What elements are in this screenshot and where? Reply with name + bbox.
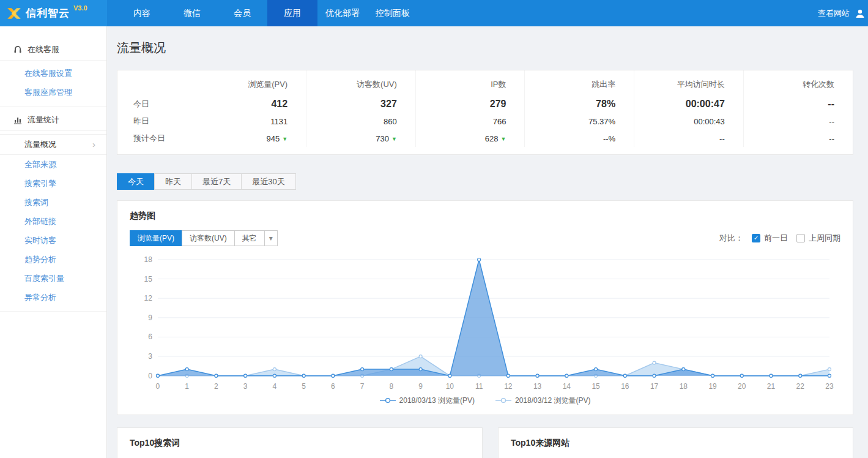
stat-value: --% — [525, 130, 634, 147]
checkbox-icon — [796, 234, 805, 242]
sidebar-group-online-service: 在线客服设置 客服座席管理 — [0, 61, 106, 107]
legend-series-previous-day[interactable]: 2018/03/12 浏览量(PV) — [495, 396, 590, 406]
sidebar-item-agent-management[interactable]: 客服座席管理 — [0, 83, 106, 102]
svg-text:21: 21 — [767, 382, 776, 391]
sidebar-item-baidu-index[interactable]: 百度索引量 — [0, 269, 106, 288]
sidebar: 在线客服 在线客服设置 客服座席管理 流量统计 流量概况 › 全部来源 搜索引擎… — [0, 26, 107, 458]
stat-value: -- — [743, 130, 853, 147]
compare-option-label: 上周同期 — [809, 233, 840, 244]
sidebar-section-online-service: 在线客服 在线客服设置 客服座席管理 — [0, 39, 106, 107]
stat-value: 78% — [525, 96, 634, 113]
svg-text:20: 20 — [738, 382, 746, 391]
svg-text:5: 5 — [302, 382, 306, 391]
svg-text:3: 3 — [243, 382, 248, 391]
user-icon[interactable] — [855, 8, 866, 19]
sidebar-item-trend-analysis[interactable]: 趋势分析 — [0, 250, 106, 269]
stats-row-label: 昨日 — [117, 113, 197, 130]
sidebar-item-traffic-overview[interactable]: 流量概况 › — [0, 134, 106, 155]
svg-text:2: 2 — [214, 382, 218, 391]
stat-value: -- — [743, 113, 853, 130]
app-logo[interactable]: 信利智云 V3.0 — [0, 0, 107, 26]
sidebar-item-all-sources[interactable]: 全部来源 — [0, 155, 106, 174]
svg-text:23: 23 — [825, 382, 834, 391]
svg-text:13: 13 — [533, 382, 542, 391]
stat-value: 945▼ — [197, 130, 306, 147]
stats-row-yesterday: 昨日 1131 860 766 75.37% 00:00:43 -- — [117, 113, 853, 130]
stat-value: 860 — [306, 113, 416, 130]
top10-referrers-card: Top10来源网站 来源网站 浏览量(PV) 占比 — [498, 427, 853, 458]
svg-text:6: 6 — [331, 382, 335, 391]
tab-last-30-days[interactable]: 最近30天 — [241, 173, 295, 190]
svg-text:18: 18 — [144, 255, 153, 264]
metric-button-other[interactable]: 其它 — [234, 230, 265, 246]
top10-row: Top10搜索词 搜索词 浏览量(PV) 占比 Top10来源网站 来源网站 浏… — [117, 427, 853, 458]
stats-header-row: 浏览量(PV) 访客数(UV) IP数 跳出率 平均访问时长 转化次数 — [117, 70, 853, 96]
stats-col-pv: 浏览量(PV) — [197, 70, 306, 96]
date-range-tabs: 今天 昨天 最近7天 最近30天 — [117, 173, 853, 190]
nav-item-control-panel[interactable]: 控制面板 — [368, 0, 418, 26]
stat-value: 279 — [415, 96, 525, 113]
nav-item-optimize-deploy[interactable]: 优化部署 — [317, 0, 368, 26]
chart-controls: 浏览量(PV) 访客数(UV) 其它 ▾ 对比： 前一日 上周同期 — [130, 230, 840, 246]
sidebar-item-search-engines[interactable]: 搜索引擎 — [0, 174, 106, 193]
svg-text:11: 11 — [475, 382, 483, 391]
svg-text:18: 18 — [680, 382, 688, 391]
compare-label: 对比： — [719, 233, 743, 244]
down-arrow-icon: ▼ — [391, 136, 397, 142]
stat-value: 1131 — [197, 113, 306, 130]
sidebar-section-header-online-service: 在线客服 — [0, 39, 106, 61]
svg-text:19: 19 — [708, 382, 717, 391]
sidebar-item-realtime-visitors[interactable]: 实时访客 — [0, 231, 106, 250]
tab-today[interactable]: 今天 — [117, 173, 155, 190]
stat-value: -- — [743, 96, 853, 113]
stats-table: 浏览量(PV) 访客数(UV) IP数 跳出率 平均访问时长 转化次数 今日 4… — [117, 70, 853, 147]
sidebar-item-anomaly-analysis[interactable]: 异常分析 — [0, 288, 106, 307]
bar-chart-icon — [13, 116, 22, 124]
sidebar-item-label: 流量概况 — [24, 140, 56, 149]
stat-value: -- — [634, 130, 744, 147]
compare-last-week-checkbox[interactable]: 上周同期 — [796, 233, 840, 244]
legend-line-circle-icon — [495, 397, 511, 404]
trend-area-chart[interactable]: 0369121518012345678910111213141516171819… — [130, 252, 840, 394]
nav-item-member[interactable]: 会员 — [217, 0, 267, 26]
sidebar-section-traffic-stats: 流量统计 流量概况 › 全部来源 搜索引擎 搜索词 外部链接 实时访客 趋势分析… — [0, 109, 106, 312]
stat-value: 730▼ — [306, 130, 416, 147]
stat-value: 412 — [197, 96, 306, 113]
top10-searches-card: Top10搜索词 搜索词 浏览量(PV) 占比 — [117, 427, 483, 458]
sidebar-item-online-service-settings[interactable]: 在线客服设置 — [0, 64, 106, 83]
svg-text:0: 0 — [148, 372, 152, 380]
svg-text:12: 12 — [144, 294, 153, 302]
view-site-link[interactable]: 查看网站 — [818, 8, 850, 19]
chart-legend: 2018/03/13 浏览量(PV) 2018/03/12 浏览量(PV) — [130, 394, 840, 411]
top-navbar: 信利智云 V3.0 内容 微信 会员 应用 优化部署 控制面板 查看网站 — [0, 0, 868, 26]
tab-last-7-days[interactable]: 最近7天 — [191, 173, 242, 190]
down-arrow-icon: ▼ — [282, 136, 287, 142]
nav-item-content[interactable]: 内容 — [117, 0, 167, 26]
stats-col-empty — [117, 70, 197, 96]
compare-prev-day-checkbox[interactable]: 前一日 — [752, 233, 788, 244]
chevron-down-icon: ▾ — [269, 234, 273, 242]
trend-chart-title: 趋势图 — [130, 211, 840, 222]
metric-button-pv[interactable]: 浏览量(PV) — [130, 230, 182, 246]
trend-chart-card: 趋势图 浏览量(PV) 访客数(UV) 其它 ▾ 对比： 前一日 上周同期 0 — [117, 200, 853, 415]
nav-item-wechat[interactable]: 微信 — [167, 0, 217, 26]
main-content: 流量概况 浏览量(PV) 访客数(UV) IP数 跳出率 平均访问时长 转化次数… — [107, 26, 868, 458]
svg-text:9: 9 — [148, 313, 152, 322]
svg-text:9: 9 — [418, 382, 423, 391]
chevron-right-icon: › — [92, 135, 95, 154]
down-arrow-icon: ▼ — [501, 136, 506, 142]
legend-series-current-day[interactable]: 2018/03/13 浏览量(PV) — [380, 396, 475, 406]
nav-item-app[interactable]: 应用 — [267, 0, 317, 26]
top10-searches-title: Top10搜索词 — [130, 438, 470, 449]
stats-col-ip: IP数 — [415, 70, 525, 96]
stat-value: 327 — [306, 96, 416, 113]
svg-text:12: 12 — [504, 382, 513, 391]
sidebar-item-search-words[interactable]: 搜索词 — [0, 193, 106, 212]
metric-dropdown-button[interactable]: ▾ — [264, 230, 278, 246]
svg-text:15: 15 — [592, 382, 600, 391]
sidebar-item-external-links[interactable]: 外部链接 — [0, 212, 106, 231]
metric-button-uv[interactable]: 访客数(UV) — [182, 230, 235, 246]
tab-yesterday[interactable]: 昨天 — [154, 173, 192, 190]
stat-value: 628▼ — [415, 130, 525, 147]
sidebar-section-title: 流量统计 — [28, 114, 59, 126]
